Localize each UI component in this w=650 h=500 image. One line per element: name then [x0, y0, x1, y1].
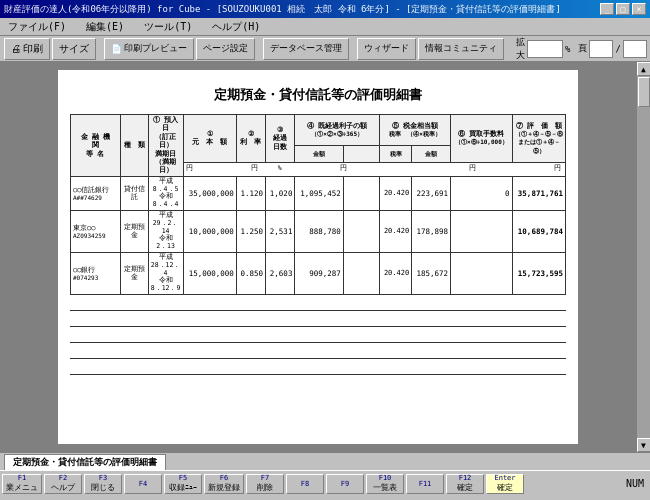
- size-button[interactable]: サイズ: [52, 38, 96, 60]
- f4-button[interactable]: F4: [124, 474, 162, 494]
- date-cell: 平成29．2．14令和2．13: [148, 210, 183, 252]
- num-indicator: NUM: [626, 478, 648, 489]
- type-cell: 定期預金: [120, 252, 148, 294]
- tax-amount-cell: 178,898: [412, 210, 451, 252]
- col-principal-header: ①元 本 額: [183, 115, 236, 163]
- type-cell: 貸付信託: [120, 176, 148, 210]
- f6-button[interactable]: F6 新規登録: [204, 474, 244, 494]
- col-institution-header: 金 融 機関等 名: [71, 115, 121, 177]
- menu-file[interactable]: ファイル(F): [4, 18, 70, 36]
- rate-cell: 0.850: [236, 252, 265, 294]
- content-area: 定期預金・貸付信託等の評価明細書 金 融 機関等 名 種 類 ① 預入日（訂正日…: [0, 62, 650, 452]
- zoom-label: 拡大: [516, 36, 525, 62]
- f8-button[interactable]: F8: [286, 474, 324, 494]
- table-row: 東京○○AZ0934259定期預金平成29．2．14令和2．1310,000,0…: [71, 210, 566, 245]
- interest-cell: 1,095,452: [295, 176, 343, 210]
- preview-icon: 📄: [111, 44, 122, 54]
- wizard-button[interactable]: ウィザード: [357, 38, 416, 60]
- interest-sub-cell: [343, 176, 379, 210]
- institution-cell: 東京○○AZ0934259: [71, 210, 121, 252]
- rate-cell: 1.250: [236, 210, 265, 252]
- rate-cell: 1.120: [236, 176, 265, 210]
- f10-button[interactable]: F10 一覧表: [366, 474, 404, 494]
- col-type-header: 種 類: [120, 115, 148, 177]
- col-days-header: ③経過日数: [266, 115, 295, 163]
- f11-button[interactable]: F11: [406, 474, 444, 494]
- window-controls[interactable]: _ □ ×: [600, 3, 646, 15]
- page-slash: /: [615, 44, 620, 54]
- status-bar: F1 業メニュ F2 ヘルプ F3 閉じる F4 F5 収録ﾆｭｰ F6 新規登…: [0, 470, 650, 496]
- minimize-button[interactable]: _: [600, 3, 614, 15]
- fee-cell: [451, 252, 513, 294]
- valuation-cell: 15,723,595: [512, 252, 565, 294]
- empty-rows-table: [70, 295, 566, 376]
- principal-cell: 35,000,000: [183, 176, 236, 210]
- preview-button[interactable]: 📄 印刷プレビュー: [104, 38, 194, 60]
- f2-button[interactable]: F2 ヘルプ: [44, 474, 82, 494]
- print-button[interactable]: 🖨 印刷: [4, 38, 50, 60]
- page-total-input[interactable]: 1: [623, 40, 647, 58]
- scroll-track: [637, 76, 651, 438]
- close-button[interactable]: ×: [632, 3, 646, 15]
- days-cell: 2,603: [266, 252, 295, 294]
- date-cell: 平成28．12．4令和8．12．9: [148, 252, 183, 294]
- title-bar: 財産評価の達人(令和06年分以降用) for Cube - [SOUZOUKU0…: [0, 0, 650, 18]
- days-cell: 1,020: [266, 176, 295, 210]
- scrollbar-vertical[interactable]: ▲ ▼: [636, 62, 650, 452]
- db-manage-button[interactable]: データベース管理: [263, 38, 349, 60]
- col-interest-header: ④ 既経過利子の額（①×②×③÷365）: [295, 115, 380, 146]
- col-fee-header: ⑥ 買取手数料（①×⑥÷10,000）: [451, 115, 513, 163]
- toolbar: 🖨 印刷 サイズ 📄 印刷プレビュー ページ設定 データベース管理 ウィザード …: [0, 36, 650, 62]
- valuation-cell: 35,871,761: [512, 176, 565, 210]
- paper: 定期預金・貸付信託等の評価明細書 金 融 機関等 名 種 類 ① 預入日（訂正日…: [58, 70, 578, 444]
- institution-cell: ○○信託銀行A##74629: [71, 176, 121, 210]
- col-date-header: ① 預入日（訂正日）満期日（満期日）: [148, 115, 183, 177]
- date-cell: 平成8．4．5令和8．4．4: [148, 176, 183, 210]
- col-rate-header: ②利 率: [236, 115, 265, 163]
- tax-amount-cell: 223,691: [412, 176, 451, 210]
- table-row: ○○信託銀行A##74629貸付信託平成8．4．5令和8．4．435,000,0…: [71, 176, 566, 204]
- title-text: 財産評価の達人(令和06年分以降用) for Cube - [SOUZOUKU0…: [4, 3, 561, 16]
- scroll-down-button[interactable]: ▼: [637, 438, 651, 452]
- f9-button[interactable]: F9: [326, 474, 364, 494]
- enter-button[interactable]: Enter 確定: [486, 474, 524, 494]
- document-area[interactable]: 定期預金・貸付信託等の評価明細書 金 融 機関等 名 種 類 ① 預入日（訂正日…: [0, 62, 636, 452]
- interest-cell: 888,780: [295, 210, 343, 252]
- col-tax-amount-header: 金額: [412, 146, 451, 162]
- page-input[interactable]: 1: [589, 40, 613, 58]
- tax-rate-cell: 20.420: [380, 252, 412, 294]
- col-interest-amount-header: 金額: [295, 146, 343, 162]
- f7-button[interactable]: F7 削除: [246, 474, 284, 494]
- page-label: 頁: [578, 42, 587, 55]
- scroll-thumb[interactable]: [638, 77, 650, 107]
- col-tax-rate-header: 税率: [380, 146, 412, 162]
- f3-button[interactable]: F3 閉じる: [84, 474, 122, 494]
- page-setup-button[interactable]: ページ設定: [196, 38, 255, 60]
- tab-bar: 定期預金・貸付信託等の評価明細書: [0, 452, 650, 470]
- maximize-button[interactable]: □: [616, 3, 630, 15]
- interest-sub-cell: [343, 210, 379, 252]
- evaluation-table: 金 融 機関等 名 種 類 ① 預入日（訂正日）満期日（満期日） ①元 本 額 …: [70, 114, 566, 295]
- interest-sub-cell: [343, 252, 379, 294]
- zoom-percent: %: [565, 44, 570, 54]
- col-interest-sub-header: [343, 146, 379, 162]
- table-row: ○○銀行#074293定期預金平成28．12．4令和8．12．915,000,0…: [71, 252, 566, 287]
- f1-button[interactable]: F1 業メニュ: [2, 474, 42, 494]
- f12-button[interactable]: F12 確定: [446, 474, 484, 494]
- menu-edit[interactable]: 編集(E): [82, 18, 128, 36]
- scroll-up-button[interactable]: ▲: [637, 62, 651, 76]
- menu-help[interactable]: ヘルプ(H): [208, 18, 264, 36]
- zoom-input[interactable]: 100: [527, 40, 563, 58]
- tax-amount-cell: 185,672: [412, 252, 451, 294]
- tax-rate-cell: 20.420: [380, 176, 412, 210]
- community-button[interactable]: 情報コミュニティ: [418, 38, 504, 60]
- type-cell: 定期預金: [120, 210, 148, 252]
- fee-cell: [451, 210, 513, 252]
- tax-rate-cell: 20.420: [380, 210, 412, 252]
- tab-evaluation[interactable]: 定期預金・貸付信託等の評価明細書: [4, 454, 166, 470]
- units-row: 円 円 % 円 円 円: [183, 162, 565, 176]
- menu-bar: ファイル(F) 編集(E) ツール(T) ヘルプ(H): [0, 18, 650, 36]
- menu-tools[interactable]: ツール(T): [140, 18, 196, 36]
- f5-button[interactable]: F5 収録ﾆｭｰ: [164, 474, 202, 494]
- fee-cell: 0: [451, 176, 513, 210]
